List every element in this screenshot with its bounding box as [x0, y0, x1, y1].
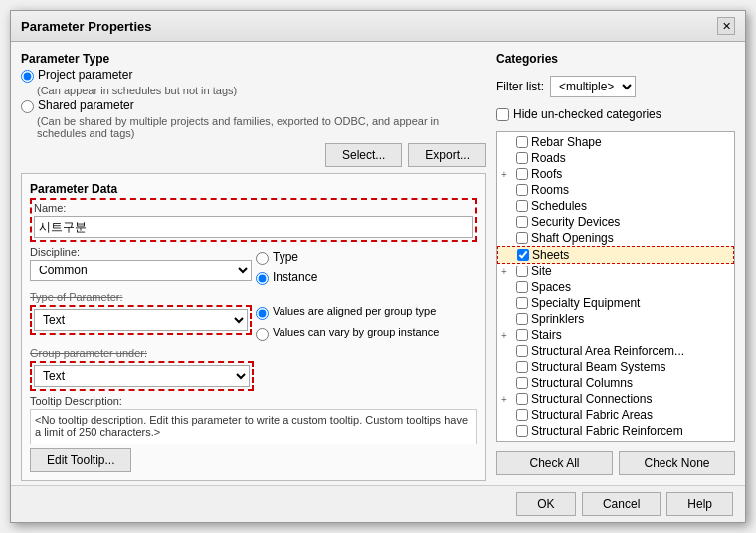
tree-item-structural-fabric-reinforcement[interactable]: Structural Fabric Reinforcem: [497, 423, 734, 439]
type-instance-section: Type Instance: [256, 250, 477, 287]
tree-item-site[interactable]: +Site: [497, 264, 734, 279]
tree-item-stairs[interactable]: +Stairs: [497, 327, 734, 343]
tree-checkbox-security-devices[interactable]: [516, 216, 528, 228]
tree-item-structural-fabric-areas[interactable]: Structural Fabric Areas: [497, 407, 734, 423]
check-none-button[interactable]: Check None: [619, 451, 735, 475]
tree-item-schedules[interactable]: Schedules: [497, 198, 734, 214]
values-section: Values are aligned per group type Values…: [256, 305, 477, 343]
tree-expander-stairs[interactable]: +: [501, 330, 513, 341]
tree-checkbox-roofs[interactable]: [516, 168, 528, 180]
filter-label: Filter list:: [496, 80, 544, 93]
name-input[interactable]: [34, 216, 473, 238]
tree-checkbox-specialty-equipment[interactable]: [516, 297, 528, 309]
export-button[interactable]: Export...: [408, 143, 486, 167]
tree-expander-structural-connections[interactable]: +: [501, 394, 513, 405]
tree-item-security-devices[interactable]: Security Devices: [497, 214, 734, 230]
tree-label-stairs: Stairs: [531, 328, 562, 342]
tree-item-structural-area-reinforcement[interactable]: Structural Area Reinforcem...: [497, 343, 734, 359]
tree-checkbox-schedules[interactable]: [516, 200, 528, 212]
tree-checkbox-rebar-shape[interactable]: [516, 136, 528, 148]
group-dashed-box: Text: [30, 361, 254, 391]
title-bar: Parameter Properties ✕: [11, 11, 745, 42]
group-select[interactable]: Text: [34, 365, 250, 387]
cancel-button[interactable]: Cancel: [582, 492, 661, 516]
instance-radio[interactable]: [256, 272, 269, 285]
tree-expander-roofs[interactable]: +: [501, 169, 513, 180]
close-button[interactable]: ✕: [717, 17, 735, 35]
tree-item-sheets[interactable]: Sheets: [497, 246, 734, 264]
param-grid: Discipline: Common Type Instance: [30, 246, 477, 287]
tree-item-specialty-equipment[interactable]: Specialty Equipment: [497, 295, 734, 311]
project-param-radio[interactable]: [21, 70, 34, 83]
tree-item-roofs[interactable]: +Roofs: [497, 166, 734, 182]
type-param-section: Type of Parameter: Text: [30, 291, 252, 335]
name-label: Name:: [34, 202, 473, 214]
tree-item-rebar-shape[interactable]: Rebar Shape: [497, 134, 734, 150]
tree-checkbox-site[interactable]: [516, 266, 528, 277]
values-aligned-row: Values are aligned per group type: [256, 305, 477, 320]
tree-item-structural-columns[interactable]: Structural Columns: [497, 375, 734, 391]
tree-label-structural-beam-systems: Structural Beam Systems: [531, 360, 665, 374]
group-section: Group parameter under: Text: [30, 347, 477, 391]
name-dashed-box: Name:: [30, 198, 477, 242]
values-aligned-radio[interactable]: [256, 307, 269, 320]
tree-checkbox-structural-beam-systems[interactable]: [516, 361, 528, 373]
tree-item-structural-connections[interactable]: +Structural Connections: [497, 391, 734, 407]
discipline-section: Discipline: Common: [30, 246, 252, 281]
tree-checkbox-structural-connections[interactable]: [516, 393, 528, 405]
tree-item-structural-beam-systems[interactable]: Structural Beam Systems: [497, 359, 734, 375]
tree-label-structural-connections: Structural Connections: [531, 392, 652, 406]
tree-item-roads[interactable]: Roads: [497, 150, 734, 166]
dialog-body: Parameter Type Project parameter (Can ap…: [11, 42, 745, 485]
hide-unchecked-label: Hide un-checked categories: [513, 107, 662, 121]
tree-label-schedules: Schedules: [531, 199, 587, 213]
categories-tree: Rebar ShapeRoads+RoofsRoomsSchedulesSecu…: [496, 131, 735, 442]
parameter-data-section: Parameter Data Name: Discipline: Common: [21, 173, 486, 481]
ok-button[interactable]: OK: [516, 492, 576, 516]
tree-checkbox-structural-columns[interactable]: [516, 377, 528, 389]
parameter-properties-dialog: Parameter Properties ✕ Parameter Type Pr…: [10, 10, 746, 523]
tree-checkbox-roads[interactable]: [516, 152, 528, 164]
select-button[interactable]: Select...: [325, 143, 402, 167]
tree-checkbox-sprinklers[interactable]: [516, 313, 528, 325]
right-panel: Categories Filter list: <multiple> Hide …: [496, 52, 735, 475]
values-aligned-label: Values are aligned per group type: [273, 305, 436, 317]
tree-label-shaft-openings: Shaft Openings: [531, 231, 614, 245]
group-label: Group parameter under:: [30, 347, 477, 359]
tree-expander-site[interactable]: +: [501, 266, 513, 277]
values-vary-row: Values can vary by group instance: [256, 326, 477, 341]
tree-checkbox-sheets[interactable]: [517, 249, 529, 261]
tree-label-rebar-shape: Rebar Shape: [531, 135, 602, 149]
type-radio[interactable]: [256, 252, 269, 265]
help-button[interactable]: Help: [666, 492, 733, 516]
tree-checkbox-structural-fabric-areas[interactable]: [516, 409, 528, 421]
filter-select[interactable]: <multiple>: [550, 76, 636, 97]
left-panel: Parameter Type Project parameter (Can ap…: [21, 52, 486, 475]
tree-label-site: Site: [531, 265, 552, 278]
hide-unchecked-checkbox[interactable]: [496, 108, 509, 121]
tree-item-sprinklers[interactable]: Sprinklers: [497, 311, 734, 327]
type-param-dashed-box: Text: [30, 305, 252, 335]
tooltip-section: Tooltip Description: <No tooltip descrip…: [30, 395, 477, 472]
edit-tooltip-button[interactable]: Edit Tooltip...: [30, 448, 131, 472]
tree-checkbox-rooms[interactable]: [516, 184, 528, 196]
discipline-select[interactable]: Common: [30, 260, 252, 281]
tree-checkbox-shaft-openings[interactable]: [516, 232, 528, 244]
dialog-footer: OK Cancel Help: [11, 485, 745, 522]
shared-param-radio[interactable]: [21, 100, 34, 113]
project-param-label: Project parameter: [38, 68, 132, 82]
tree-label-roads: Roads: [531, 151, 566, 165]
values-vary-radio[interactable]: [256, 328, 269, 341]
tree-checkbox-structural-area-reinforcement[interactable]: [516, 345, 528, 357]
type-radio-label: Type: [273, 250, 298, 264]
tree-checkbox-structural-fabric-reinforcement[interactable]: [516, 425, 528, 437]
tree-item-rooms[interactable]: Rooms: [497, 182, 734, 198]
type-param-label: Type of Parameter:: [30, 291, 252, 303]
tree-label-spaces: Spaces: [531, 280, 571, 294]
tree-item-shaft-openings[interactable]: Shaft Openings: [497, 230, 734, 246]
check-all-button[interactable]: Check All: [496, 451, 613, 475]
tree-checkbox-spaces[interactable]: [516, 281, 528, 293]
tree-item-spaces[interactable]: Spaces: [497, 279, 734, 295]
type-param-select[interactable]: Text: [34, 309, 248, 331]
tree-checkbox-stairs[interactable]: [516, 329, 528, 341]
